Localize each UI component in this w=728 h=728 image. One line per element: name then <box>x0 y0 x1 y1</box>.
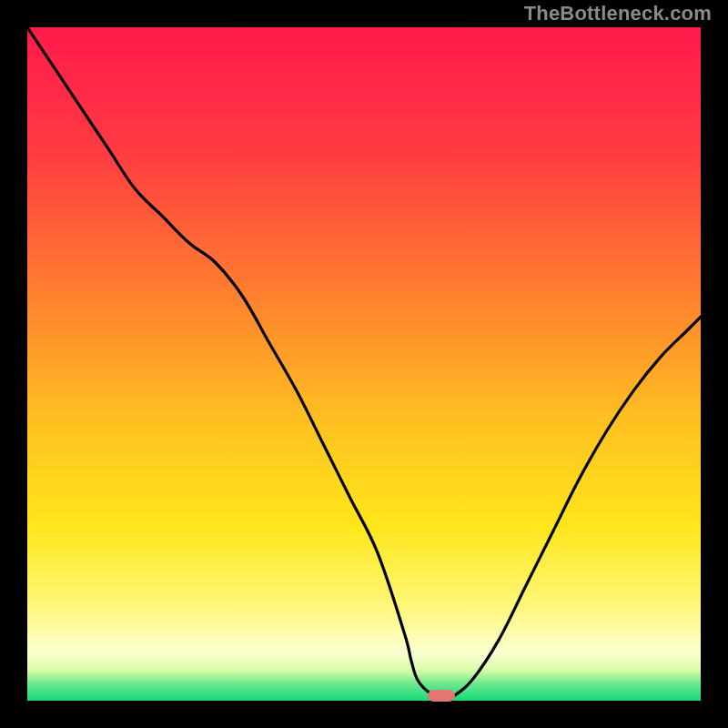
optimum-marker <box>428 690 455 702</box>
plot-svg <box>27 27 701 701</box>
attribution-text: TheBottleneck.com <box>524 2 712 25</box>
gradient-background <box>27 27 701 701</box>
chart-frame: TheBottleneck.com <box>0 0 728 728</box>
plot-area <box>27 27 701 701</box>
